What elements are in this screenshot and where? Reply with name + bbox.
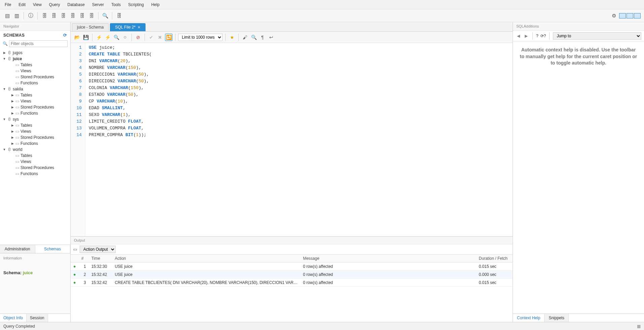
find-icon[interactable]: 🔍 bbox=[250, 34, 257, 41]
folder-stored-procedures[interactable]: ▶▭ Stored Procedures bbox=[1, 134, 69, 140]
folder-functions[interactable]: ▭ Functions bbox=[1, 80, 69, 86]
menu-help[interactable]: Help bbox=[151, 2, 160, 7]
folder-functions[interactable]: ▶▭ Functions bbox=[1, 110, 69, 116]
editor-tab[interactable]: SQL File 2*✕ bbox=[110, 23, 146, 31]
menu-edit[interactable]: Edit bbox=[18, 2, 26, 7]
tab-snippets[interactable]: Snippets bbox=[545, 314, 569, 322]
folder-stored-procedures[interactable]: ▶▭ Stored Procedures bbox=[1, 104, 69, 110]
output-row[interactable]: ● 1 15:32:30 USE juice 0 row(s) affected… bbox=[71, 262, 513, 271]
output-mode-icon[interactable]: ▭ bbox=[73, 247, 77, 252]
settings-icon[interactable]: ⚙ bbox=[610, 12, 618, 20]
schema-tree[interactable]: ▶🛢 jugos▼🛢 juice▭ Tables▭ Views▭ Stored … bbox=[0, 49, 70, 245]
folder-functions[interactable]: ▭ Functions bbox=[1, 171, 69, 177]
autocommit-icon[interactable]: 🔁 bbox=[165, 34, 172, 41]
db-icon[interactable]: 🗄 bbox=[40, 12, 48, 20]
inspector-icon[interactable]: ⓘ bbox=[27, 12, 35, 20]
output-mode-select[interactable]: Action Output bbox=[80, 246, 116, 253]
folder-stored-procedures[interactable]: ▭ Stored Procedures bbox=[1, 165, 69, 171]
menu-server[interactable]: Server bbox=[92, 2, 104, 7]
menu-view[interactable]: View bbox=[33, 2, 42, 7]
search-icon[interactable]: 🔍 bbox=[101, 12, 109, 20]
panel-right-toggle[interactable] bbox=[634, 13, 641, 18]
folder-functions[interactable]: ▶▭ Functions bbox=[1, 140, 69, 147]
folder-stored-procedures[interactable]: ▭ Stored Procedures bbox=[1, 74, 69, 80]
output-table[interactable]: # Time Action Message Duration / Fetch ●… bbox=[71, 255, 513, 322]
rollback-icon[interactable]: ✖ bbox=[156, 34, 164, 41]
open-sql-icon[interactable]: ▥ bbox=[13, 12, 21, 20]
db-jugos[interactable]: ▶🛢 jugos bbox=[1, 50, 69, 56]
explain-icon[interactable]: 🔍 bbox=[113, 34, 120, 41]
wrap-icon[interactable]: ↩ bbox=[268, 34, 275, 41]
code-content[interactable]: USE juice;CREATE TABLE TBCLIENTES(DNI VA… bbox=[85, 43, 155, 236]
beautify-icon[interactable]: 🖌 bbox=[241, 34, 249, 41]
new-sql-icon[interactable]: ▤ bbox=[3, 12, 11, 20]
col-action[interactable]: Action bbox=[112, 255, 300, 262]
tab-administration[interactable]: Administration bbox=[0, 245, 35, 253]
sql-additions-panel: SQLAdditions ◀ ▶ ? ⟳? Jump to Automatic … bbox=[513, 22, 644, 322]
db-sys[interactable]: ▼🛢 sys bbox=[1, 116, 69, 122]
dont-execute-icon[interactable]: ⊘ bbox=[134, 34, 142, 41]
navigator-panel: Navigator SCHEMAS ⟳ 🔍 ▶🛢 jugos▼🛢 juice▭ … bbox=[0, 22, 71, 322]
panel-toggle-buttons bbox=[619, 13, 641, 18]
editor-tab[interactable]: juice - Schema bbox=[72, 23, 109, 31]
tab-object-info[interactable]: Object Info bbox=[0, 314, 27, 322]
filter-objects-input[interactable] bbox=[9, 40, 68, 47]
menu-database[interactable]: Database bbox=[68, 2, 85, 7]
limit-rows-select[interactable]: Limit to 1000 rows bbox=[178, 34, 223, 41]
grid-icon[interactable]: ▦ bbox=[637, 324, 641, 329]
star-icon[interactable]: ★ bbox=[228, 34, 236, 41]
db-icon[interactable]: 🗄 bbox=[69, 12, 77, 20]
separator bbox=[131, 34, 132, 41]
commit-icon[interactable]: ✔ bbox=[148, 34, 155, 41]
refresh-icon[interactable]: ⟳ bbox=[63, 33, 67, 38]
sql-editor[interactable]: 1234567891011121314 USE juice;CREATE TAB… bbox=[71, 43, 513, 236]
db-icon[interactable]: 🗄 bbox=[59, 12, 67, 20]
db-icon[interactable]: 🗄 bbox=[87, 12, 95, 20]
auto-help-icon[interactable]: ⟳? bbox=[540, 34, 546, 38]
panel-bottom-toggle[interactable] bbox=[627, 13, 633, 18]
folder-tables[interactable]: ▶▭ Tables bbox=[1, 92, 69, 98]
invisible-icon[interactable]: ¶ bbox=[259, 34, 266, 41]
execute-step-icon[interactable]: ⚡ bbox=[104, 34, 111, 41]
stop-icon[interactable]: ⭘ bbox=[121, 34, 129, 41]
col-duration[interactable]: Duration / Fetch bbox=[476, 255, 513, 262]
col-time[interactable]: Time bbox=[89, 255, 112, 262]
menu-query[interactable]: Query bbox=[49, 2, 60, 7]
status-bar: Query Completed ▦ bbox=[0, 322, 644, 330]
db-juice[interactable]: ▼🛢 juice bbox=[1, 56, 69, 62]
folder-views[interactable]: ▶▭ Views bbox=[1, 98, 69, 104]
forward-icon[interactable]: ▶ bbox=[523, 34, 529, 38]
db-icon[interactable]: 🗄 bbox=[78, 12, 86, 20]
folder-tables[interactable]: ▭ Tables bbox=[1, 153, 69, 159]
jump-to-select[interactable]: Jump to bbox=[553, 32, 641, 40]
menu-scripting[interactable]: Scripting bbox=[128, 2, 144, 7]
db-world[interactable]: ▼🛢 world bbox=[1, 147, 69, 153]
folder-views[interactable]: ▶▭ Views bbox=[1, 128, 69, 134]
tab-schemas[interactable]: Schemas bbox=[35, 245, 71, 253]
execute-icon[interactable]: ⚡ bbox=[95, 34, 103, 41]
close-icon[interactable]: ✕ bbox=[137, 25, 140, 30]
folder-views[interactable]: ▭ Views bbox=[1, 68, 69, 74]
back-icon[interactable]: ◀ bbox=[516, 34, 521, 38]
folder-tables[interactable]: ▶▭ Tables bbox=[1, 122, 69, 128]
folder-tables[interactable]: ▭ Tables bbox=[1, 62, 69, 68]
panel-left-toggle[interactable] bbox=[619, 13, 626, 18]
col-message[interactable]: Message bbox=[300, 255, 476, 262]
dbconnections-icon[interactable]: 🗄 bbox=[115, 12, 123, 20]
db-icon[interactable]: 🗄 bbox=[50, 12, 58, 20]
sql-additions-title: SQLAdditions bbox=[513, 22, 644, 31]
help-icon[interactable]: ? bbox=[536, 34, 538, 38]
menu-tools[interactable]: Tools bbox=[111, 2, 121, 7]
main-toolbar: ▤ ▥ ⓘ 🗄 🗄 🗄 🗄 🗄 🗄 🔍 🗄 ⚙ bbox=[0, 9, 644, 22]
open-icon[interactable]: 📂 bbox=[73, 34, 81, 41]
output-row[interactable]: ● 3 15:32:42 CREATE TABLE TBCLIENTES( DN… bbox=[71, 279, 513, 287]
folder-views[interactable]: ▭ Views bbox=[1, 159, 69, 165]
menu-file[interactable]: File bbox=[5, 2, 11, 7]
output-row[interactable]: ● 2 15:32:42 USE juice 0 row(s) affected… bbox=[71, 271, 513, 279]
tab-context-help[interactable]: Context Help bbox=[513, 314, 545, 322]
save-icon[interactable]: 💾 bbox=[82, 34, 89, 41]
db-sakila[interactable]: ▼🛢 sakila bbox=[1, 86, 69, 92]
col-num[interactable]: # bbox=[79, 255, 89, 262]
tab-session[interactable]: Session bbox=[27, 314, 48, 322]
separator bbox=[238, 34, 239, 41]
